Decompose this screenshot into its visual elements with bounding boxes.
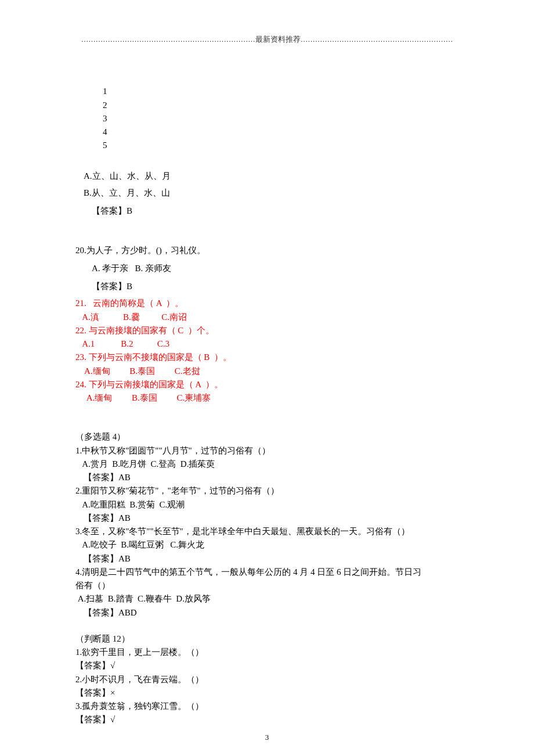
num-5: 5	[103, 139, 107, 152]
option-b: B.从、立、月、水、山	[75, 186, 459, 200]
spacer	[75, 620, 459, 632]
multi-q1-stem: 1.中秋节又称"团圆节""八月节"，过节的习俗有（）	[75, 444, 459, 458]
spacer	[75, 218, 459, 244]
q20-answer: 【答案】B	[75, 280, 459, 293]
num-2: 2	[103, 99, 155, 112]
multi-q2-stem: 2.重阳节又称"菊花节"，"老年节"，过节的习俗有（）	[75, 484, 459, 498]
multi-q4-stem-b: 俗有（）	[75, 579, 459, 592]
multi-q3-stem: 3.冬至，又称"冬节""长至节"，是北半球全年中白天最短、黑夜最长的一天。习俗有…	[75, 525, 459, 538]
page-number: 3	[0, 733, 534, 742]
q22-stem: 22. 与云南接壤的国家有（ C ）个。	[75, 324, 459, 337]
page-header: ………………………………………………………………最新资料推荐……………………………	[75, 35, 459, 45]
multi-q1-options: A.赏月 B.吃月饼 C.登高 D.插茱萸	[75, 458, 459, 471]
num-3: 3	[103, 112, 155, 125]
option-a: A.立、山、水、从、月	[75, 170, 459, 183]
multi-title: （多选题 4）	[75, 430, 459, 444]
multi-q3-options: A.吃饺子 B.喝红豆粥 C.舞火龙	[75, 538, 459, 552]
tf-a1: 【答案】√	[75, 659, 459, 672]
q24-stem: 24. 下列与云南接壤的国家是（ A ）。	[75, 378, 459, 391]
tf-q2: 2.小时不识月，飞在青云端。（）	[75, 673, 459, 686]
multi-q4-stem-a: 4.清明是二十四节气中的第五个节气，一般从每年公历的 4 月 4 日至 6 日之…	[75, 566, 459, 579]
q23-stem: 23. 下列与云南不接壤的国家是（ B ）。	[75, 351, 459, 364]
multi-q4-options: A.扫墓 B.踏青 C.鞭春牛 D.放风筝	[75, 592, 459, 606]
tf-title: （判断题 12）	[75, 632, 459, 646]
tf-q3: 3.孤舟蓑笠翁，独钓寒江雪。（）	[75, 700, 459, 713]
multi-q2-options: A.吃重阳糕 B.赏菊 C.观潮	[75, 498, 459, 512]
q23-options: A.缅甸 B.泰国 C.老挝	[75, 365, 459, 378]
multi-q3-answer: 【答案】AB	[75, 552, 459, 566]
number-choices-row: 1 2 3 4 5	[75, 71, 459, 166]
multi-q2-answer: 【答案】AB	[75, 512, 459, 525]
num-1: 1	[103, 85, 153, 98]
document-page: ………………………………………………………………最新资料推荐……………………………	[0, 0, 534, 756]
tf-a2: 【答案】×	[75, 686, 459, 700]
tf-a3: 【答案】√	[75, 713, 459, 726]
spacer	[75, 405, 459, 430]
q22-options: A.1 B.2 C.3	[75, 337, 459, 351]
q20-options: A. 孝于亲 B. 亲师友	[75, 262, 459, 275]
q20-stem: 20.为人子，方少时。()，习礼仪。	[75, 244, 459, 257]
q21-stem: 21. 云南的简称是（ A ）。	[75, 297, 459, 310]
tf-q1: 1.欲穷千里目，更上一层楼。（）	[75, 646, 459, 659]
multi-q1-answer: 【答案】AB	[75, 471, 459, 484]
answer-b: 【答案】B	[75, 204, 459, 218]
q21-options: A.滇 B.爨 C.南诏	[75, 311, 459, 324]
num-4: 4	[103, 125, 155, 139]
q24-options: A.缅甸 B.泰国 C.柬埔寨	[75, 391, 459, 405]
multi-q4-answer: 【答案】ABD	[75, 606, 459, 620]
